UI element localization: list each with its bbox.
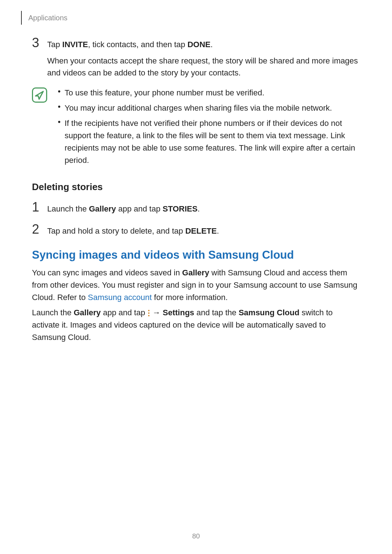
arrow: → bbox=[150, 308, 163, 317]
text: for more information. bbox=[152, 293, 228, 302]
bullet-text: If the recipients have not verified thei… bbox=[65, 117, 360, 167]
settings-label: Settings bbox=[163, 308, 194, 317]
text: app and tap bbox=[101, 308, 147, 317]
step-3: 3 Tap INVITE, tick contacts, and then ta… bbox=[32, 36, 360, 50]
section-name: Applications bbox=[28, 14, 68, 22]
page-number: 80 bbox=[0, 532, 392, 540]
text: You can sync images and videos saved in bbox=[32, 268, 182, 277]
gallery-label: Gallery bbox=[182, 268, 209, 277]
subheading-deleting: Deleting stories bbox=[32, 181, 360, 193]
text: Launch the bbox=[32, 308, 74, 317]
bullet-text: To use this feature, your phone number m… bbox=[65, 87, 264, 99]
text: Launch the bbox=[47, 204, 89, 213]
step-number: 2 bbox=[32, 223, 47, 236]
samsung-cloud-label: Samsung Cloud bbox=[238, 308, 299, 317]
bullet-dot: • bbox=[54, 102, 65, 114]
text: . bbox=[211, 40, 213, 49]
heading-syncing: Syncing images and videos with Samsung C… bbox=[32, 249, 360, 262]
step-text: Tap INVITE, tick contacts, and then tap … bbox=[47, 38, 213, 50]
text: Tap and hold a story to delete, and tap bbox=[47, 226, 185, 235]
done-label: DONE bbox=[187, 40, 211, 49]
list-item: • To use this feature, your phone number… bbox=[54, 87, 360, 99]
gallery-label: Gallery bbox=[74, 308, 101, 317]
samsung-account-link[interactable]: Samsung account bbox=[88, 293, 152, 302]
bullet-text: You may incur additional charges when sh… bbox=[65, 102, 332, 114]
step-number: 3 bbox=[32, 36, 47, 49]
step-text: Launch the Gallery app and tap STORIES. bbox=[47, 203, 200, 215]
bullet-dot: • bbox=[54, 87, 65, 99]
step-number: 1 bbox=[32, 201, 47, 214]
text: . bbox=[217, 226, 219, 235]
bullet-list: • To use this feature, your phone number… bbox=[54, 87, 360, 170]
gallery-label: Gallery bbox=[89, 204, 116, 213]
bullet-dot: • bbox=[54, 117, 65, 167]
sync-para-2: Launch the Gallery app and tap → Setting… bbox=[32, 307, 360, 344]
step-3-para: When your contacts accept the share requ… bbox=[47, 55, 360, 79]
text: app and tap bbox=[116, 204, 163, 213]
delete-step-2: 2 Tap and hold a story to delete, and ta… bbox=[32, 223, 360, 237]
delete-step-1: 1 Launch the Gallery app and tap STORIES… bbox=[32, 201, 360, 215]
text: Tap bbox=[47, 40, 62, 49]
delete-label: DELETE bbox=[185, 226, 217, 235]
text: . bbox=[197, 204, 200, 213]
list-item: • You may incur additional charges when … bbox=[54, 102, 360, 114]
sync-para-1: You can sync images and videos saved in … bbox=[32, 267, 360, 304]
text: and tap the bbox=[194, 308, 238, 317]
breadcrumb: Applications bbox=[21, 11, 360, 25]
text: , tick contacts, and then tap bbox=[88, 40, 188, 49]
invite-label: INVITE bbox=[62, 40, 88, 49]
stories-label: STORIES bbox=[163, 204, 197, 213]
info-callout: • To use this feature, your phone number… bbox=[32, 87, 360, 170]
step-text: Tap and hold a story to delete, and tap … bbox=[47, 225, 219, 237]
more-options-icon bbox=[148, 310, 150, 316]
note-icon bbox=[32, 87, 47, 103]
list-item: • If the recipients have not verified th… bbox=[54, 117, 360, 167]
